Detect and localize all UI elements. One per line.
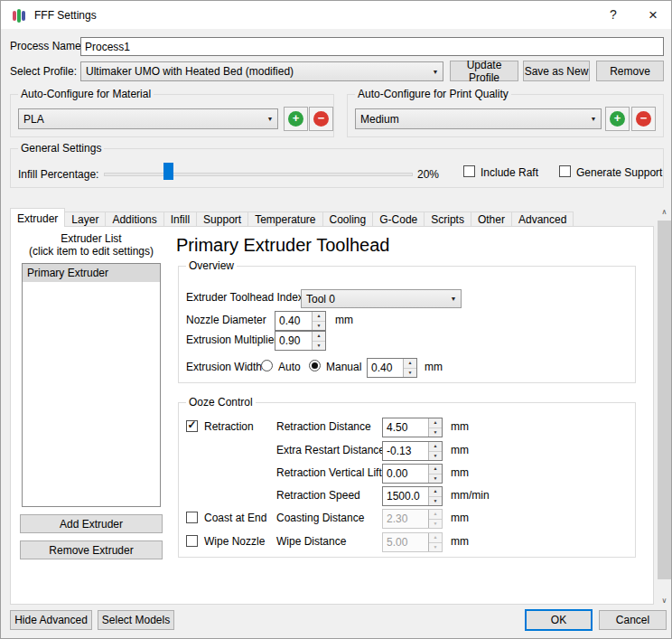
spin-down-icon[interactable]: ▼ — [313, 321, 325, 331]
general-settings-groupbox: General Settings Infill Percentage: 20% … — [10, 148, 664, 188]
infill-slider-track[interactable] — [104, 173, 413, 176]
spin-down-icon[interactable]: ▼ — [404, 368, 416, 378]
toolhead-index-select[interactable]: Tool 0 ▼ — [301, 289, 462, 308]
profile-select-value: Ultimaker UMO with Heated Bed (modified) — [81, 65, 428, 78]
generate-support-checkbox[interactable] — [559, 165, 571, 177]
quality-select-value: Medium — [356, 113, 586, 126]
ok-button[interactable]: OK — [525, 609, 593, 631]
dropdown-arrow-icon: ▼ — [428, 69, 443, 75]
extrusion-multiplier-value[interactable]: 0.90 — [275, 332, 312, 350]
process-name-input[interactable] — [80, 37, 664, 56]
material-select-value: PLA — [19, 113, 263, 126]
retraction-distance-value[interactable]: 4.50 — [383, 418, 428, 437]
check-icon: ✓ — [187, 420, 197, 430]
remove-extruder-button[interactable]: Remove Extruder — [20, 540, 163, 559]
settings-tab-bar: Extruder Layer Additions Infill Support … — [10, 208, 574, 226]
tab-infill[interactable]: Infill — [163, 211, 197, 226]
extrusion-multiplier-spinbox[interactable]: 0.90 ▲▼ — [275, 331, 326, 351]
quality-select[interactable]: Medium ▼ — [355, 108, 602, 129]
retraction-vertical-lift-spinbox[interactable]: 0.00 ▲▼ — [382, 464, 443, 484]
vertical-scrollbar[interactable]: ∧ ∨ — [657, 205, 672, 608]
tab-scripts[interactable]: Scripts — [424, 211, 471, 226]
toolhead-index-value: Tool 0 — [302, 293, 446, 305]
spin-up-icon[interactable]: ▲ — [313, 332, 325, 341]
minus-icon: − — [636, 111, 651, 127]
retraction-speed-spinbox[interactable]: 1500.0 ▲▼ — [382, 486, 443, 506]
extrusion-width-value[interactable]: 0.40 — [368, 359, 403, 377]
wipe-distance-value: 5.00 — [383, 533, 428, 551]
ooze-control-groupbox: Ooze Control ✓ Retraction Retraction Dis… — [178, 402, 636, 558]
extrusion-width-manual-radio[interactable] — [309, 360, 321, 371]
remove-profile-button[interactable]: Remove — [596, 61, 664, 81]
retraction-speed-value[interactable]: 1500.0 — [383, 487, 428, 505]
extrusion-width-label: Extrusion Width — [186, 362, 262, 373]
spin-up-icon[interactable]: ▲ — [429, 418, 442, 428]
scroll-up-icon[interactable]: ∧ — [657, 205, 672, 220]
retraction-checkbox[interactable]: ✓ — [186, 420, 198, 432]
title-bar: FFF Settings ? × — [1, 1, 671, 29]
coasting-distance-value: 2.30 — [383, 510, 428, 528]
spin-up-icon[interactable]: ▲ — [429, 487, 442, 496]
wipe-distance-spinbox: 5.00 ▲▼ — [382, 532, 443, 552]
extra-restart-distance-spinbox[interactable]: -0.13 ▲▼ — [382, 441, 443, 461]
extruder-list[interactable]: Primary Extruder — [22, 263, 161, 507]
add-extruder-button[interactable]: Add Extruder — [20, 514, 163, 533]
retraction-vertical-lift-value[interactable]: 0.00 — [383, 465, 428, 483]
add-quality-button[interactable]: + — [605, 107, 630, 131]
update-profile-button[interactable]: Update Profile — [450, 61, 518, 81]
wipe-distance-unit: mm — [451, 536, 469, 548]
remove-quality-button[interactable]: − — [631, 107, 656, 131]
spin-down-icon[interactable]: ▼ — [313, 341, 325, 351]
retraction-distance-spinbox[interactable]: 4.50 ▲▼ — [382, 418, 443, 437]
cancel-button[interactable]: Cancel — [599, 610, 667, 630]
spin-up-icon[interactable]: ▲ — [404, 359, 416, 368]
coasting-distance-unit: mm — [451, 512, 469, 524]
nozzle-diameter-spinbox[interactable]: 0.40 ▲▼ — [275, 311, 326, 331]
close-icon[interactable]: × — [637, 1, 669, 29]
spin-up-icon[interactable]: ▲ — [313, 312, 325, 321]
spin-down-icon: ▼ — [429, 519, 442, 529]
tab-extruder[interactable]: Extruder — [10, 208, 65, 227]
include-raft-checkbox[interactable] — [463, 165, 475, 177]
tab-layer[interactable]: Layer — [64, 211, 106, 226]
help-icon[interactable]: ? — [597, 1, 630, 29]
tab-other[interactable]: Other — [471, 211, 512, 226]
wipe-nozzle-checkbox[interactable] — [186, 535, 198, 547]
extruder-list-item[interactable]: Primary Extruder — [23, 264, 160, 282]
tab-cooling[interactable]: Cooling — [322, 211, 374, 226]
extruder-heading: Primary Extruder Toolhead — [176, 234, 389, 256]
spin-down-icon[interactable]: ▼ — [429, 428, 442, 437]
material-groupbox-title: Auto-Configure for Material — [18, 89, 154, 100]
spin-down-icon[interactable]: ▼ — [429, 474, 442, 484]
spin-up-icon: ▲ — [429, 510, 442, 519]
coast-at-end-checkbox[interactable] — [186, 512, 198, 523]
extra-restart-distance-value[interactable]: -0.13 — [383, 442, 428, 460]
scrollbar-thumb[interactable] — [658, 221, 671, 579]
select-profile-label: Select Profile: — [10, 66, 77, 78]
app-icon-bar — [13, 11, 16, 21]
tab-gcode[interactable]: G-Code — [372, 211, 425, 226]
tab-additions[interactable]: Additions — [105, 211, 163, 226]
spin-down-icon[interactable]: ▼ — [429, 451, 442, 461]
remove-material-button[interactable]: − — [309, 107, 333, 131]
extrusion-width-spinbox[interactable]: 0.40 ▲▼ — [367, 358, 417, 378]
add-material-button[interactable]: + — [284, 107, 308, 131]
scroll-down-icon[interactable]: ∨ — [657, 594, 672, 608]
profile-select[interactable]: Ultimaker UMO with Heated Bed (modified)… — [80, 61, 443, 81]
spin-up-icon[interactable]: ▲ — [429, 442, 442, 451]
save-as-new-button[interactable]: Save as New — [523, 61, 590, 81]
retraction-speed-unit: mm/min — [451, 490, 490, 502]
tab-advanced[interactable]: Advanced — [511, 211, 574, 226]
extrusion-width-auto-radio[interactable] — [261, 360, 273, 371]
material-select[interactable]: PLA ▼ — [18, 108, 278, 129]
infill-slider-handle[interactable] — [163, 163, 173, 180]
nozzle-diameter-unit: mm — [335, 315, 353, 326]
nozzle-diameter-value[interactable]: 0.40 — [275, 312, 312, 330]
tab-support[interactable]: Support — [196, 211, 248, 226]
spin-down-icon[interactable]: ▼ — [429, 496, 442, 506]
select-models-button[interactable]: Select Models — [98, 610, 174, 630]
hide-advanced-button[interactable]: Hide Advanced — [10, 610, 92, 630]
tab-temperature[interactable]: Temperature — [247, 211, 322, 226]
include-raft-label: Include Raft — [481, 167, 538, 179]
spin-up-icon[interactable]: ▲ — [429, 465, 442, 474]
